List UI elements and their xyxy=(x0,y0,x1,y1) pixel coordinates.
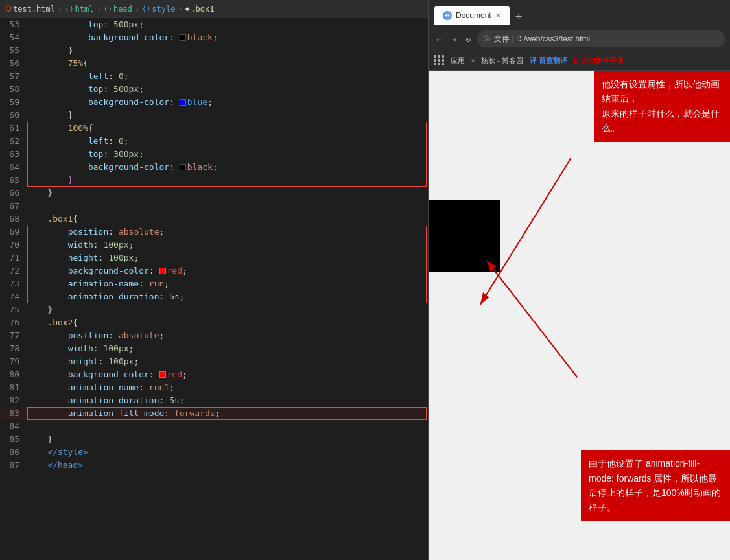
bookmark-blog[interactable]: 杨耿 - 博客园 xyxy=(481,56,523,65)
forward-button[interactable]: → xyxy=(448,32,458,45)
breadcrumb-head: head xyxy=(113,5,132,14)
code-line-60: 60 } xyxy=(0,109,428,122)
breadcrumb-class: .box1 xyxy=(191,5,214,14)
lock-icon: ⓘ xyxy=(484,34,490,43)
tab-title: Document xyxy=(456,11,491,20)
breadcrumb-html: html xyxy=(75,5,94,14)
code-line-57: 57 left: 0; xyxy=(0,70,428,83)
url-text: 文件 | D:/web/css3/test.html xyxy=(494,34,590,45)
code-line-81: 81 animation-name: run1; xyxy=(0,381,428,394)
bookmark-apps[interactable]: 应用 xyxy=(451,56,465,65)
bookmark-css-ref[interactable]: D CSS参考手册 xyxy=(574,56,624,65)
breadcrumb-style: style xyxy=(152,5,175,14)
bookmarks-bar: 应用 » 杨耿 - 博客园 译 百度翻译 D CSS参考手册 xyxy=(429,51,730,70)
browser-panel: Document ✕ + ← → ↻ ⓘ 文件 | D:/web/css3/te… xyxy=(428,0,730,560)
code-line-55: 55 } xyxy=(0,44,428,57)
code-line-54: 54 background-color: black; xyxy=(0,31,428,44)
code-line-74: 74 animation-duration: 5s; xyxy=(0,290,428,303)
annotation-bottom-text: 由于他设置了 animation-fill-mode: forwards 属性，… xyxy=(589,458,721,512)
url-input[interactable]: ⓘ 文件 | D:/web/css3/test.html xyxy=(477,30,725,47)
editor-panel: ⬡ test.html › ⟨⟩ html › ⟨⟩ head › ⟨⟩ sty… xyxy=(0,0,428,560)
code-line-61: 61 100%{ xyxy=(0,122,428,135)
code-line-63: 63 top: 300px; xyxy=(0,148,428,161)
code-line-65: 65 } xyxy=(0,174,428,187)
group-box1: 69 position: absolute; 70 width: 100px; … xyxy=(0,226,428,303)
code-line-71: 71 height: 100px; xyxy=(0,251,428,264)
breadcrumb-filename: test.html xyxy=(13,5,55,14)
code-line-64: 64 background-color: black; xyxy=(0,161,428,174)
address-bar: ← → ↻ ⓘ 文件 | D:/web/css3/test.html xyxy=(429,27,730,51)
code-line-68: 68 .box1{ xyxy=(0,213,428,226)
code-line-85: 85 } xyxy=(0,433,428,446)
line-83-wrapper: 83 animation-fill-mode: forwards; xyxy=(0,407,428,420)
tab-close-button[interactable]: ✕ xyxy=(495,12,501,20)
code-line-70: 70 width: 100px; xyxy=(0,239,428,251)
code-line-67: 67 xyxy=(0,200,428,213)
bookmark-translate[interactable]: 译 百度翻译 xyxy=(530,56,567,65)
code-line-82: 82 animation-duration: 5s; xyxy=(0,394,428,407)
code-line-56: 56 75%{ xyxy=(0,57,428,70)
code-line-83: 83 animation-fill-mode: forwards; xyxy=(0,407,428,420)
browser-tab[interactable]: Document ✕ xyxy=(434,6,510,25)
group-100pct: 61 100%{ 62 left: 0; 63 top: 300px; 64 b… xyxy=(0,122,428,187)
code-area[interactable]: 53 top: 500px; 54 background-color: blac… xyxy=(0,18,428,560)
breadcrumb-html-icon: ⟨⟩ xyxy=(65,5,73,13)
code-line-73: 73 animation-name: run; xyxy=(0,277,428,290)
code-line-84: 84 xyxy=(0,420,428,433)
code-line-53: 53 top: 500px; xyxy=(0,18,428,31)
code-line-76: 76 .box2{ xyxy=(0,316,428,329)
breadcrumb-class-icon: ◆ xyxy=(185,5,190,13)
browser-content: 他没有设置属性，所以他动画结束后，原来的样子时什么，就会是什么。 由于他设置了 … xyxy=(429,71,730,560)
annotation-top-text: 他没有设置属性，所以他动画结束后，原来的样子时什么，就会是什么。 xyxy=(602,79,720,133)
back-button[interactable]: ← xyxy=(434,32,444,45)
breadcrumb-style-icon: ⟨⟩ xyxy=(142,5,150,13)
code-line-66: 66 } xyxy=(0,187,428,200)
svg-line-5 xyxy=(487,261,578,377)
animation-box1-result xyxy=(429,200,500,272)
code-line-78: 78 width: 100px; xyxy=(0,342,428,355)
code-line-72: 72 background-color: red; xyxy=(0,264,428,277)
code-line-69: 69 position: absolute; xyxy=(0,226,428,239)
refresh-button[interactable]: ↻ xyxy=(463,32,473,45)
breadcrumb-head-icon: ⟨⟩ xyxy=(104,5,112,13)
code-line-87: 87 </head> xyxy=(0,459,428,472)
code-line-62: 62 left: 0; xyxy=(0,135,428,148)
tab-bar: Document ✕ + xyxy=(429,0,730,27)
code-line-59: 59 background-color: blue; xyxy=(0,96,428,109)
annotation-bottom: 由于他设置了 animation-fill-mode: forwards 属性，… xyxy=(581,450,730,521)
tab-favicon xyxy=(443,11,452,20)
breadcrumb: ⬡ test.html › ⟨⟩ html › ⟨⟩ head › ⟨⟩ sty… xyxy=(0,0,428,18)
new-tab-button[interactable]: + xyxy=(515,9,523,23)
code-line-80: 80 background-color: red; xyxy=(0,368,428,381)
code-line-86: 86 </style> xyxy=(0,446,428,459)
code-line-75: 75 } xyxy=(0,303,428,316)
annotation-top: 他没有设置属性，所以他动画结束后，原来的样子时什么，就会是什么。 xyxy=(594,71,730,142)
apps-icon[interactable] xyxy=(434,55,444,65)
browser-chrome: Document ✕ + ← → ↻ ⓘ 文件 | D:/web/css3/te… xyxy=(429,0,730,71)
code-line-79: 79 height: 100px; xyxy=(0,355,428,368)
code-line-77: 77 position: absolute; xyxy=(0,329,428,342)
code-line-58: 58 top: 500px; xyxy=(0,83,428,96)
html-file-icon: ⬡ xyxy=(5,5,12,13)
